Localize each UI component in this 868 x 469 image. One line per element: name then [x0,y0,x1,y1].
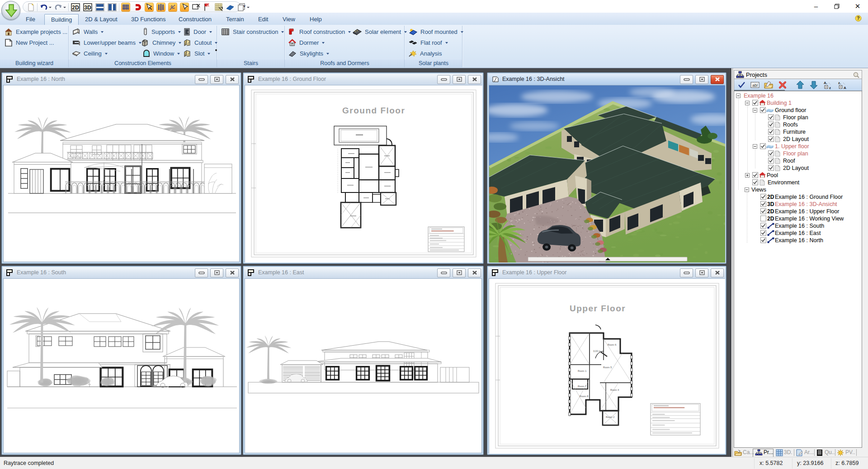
svg-text:Room 6: Room 6 [608,343,616,346]
svg-text:3D: 3D [84,5,91,11]
svg-text:abl: abl [752,83,758,88]
svg-text:Room 1: Room 1 [578,370,586,372]
svg-text:A.: A. [824,81,827,85]
svg-text:z: z [829,86,831,90]
svg-text:Upper Floor: Upper Floor [570,304,626,313]
svg-text:Room 7: Room 7 [578,385,586,388]
svg-text:?: ? [857,16,859,21]
svg-text:z.: z. [838,81,841,85]
svg-text:Room 8: Room 8 [580,395,588,398]
svg-text:Ground Floor: Ground Floor [342,106,405,115]
svg-text:Room 2: Room 2 [606,416,614,418]
svg-text:3,00 m: 3,00 m [593,350,601,352]
svg-text:Room 5: Room 5 [603,366,612,369]
svg-text:Room 4: Room 4 [610,389,619,391]
svg-text:A: A [844,86,846,90]
svg-text:2D: 2D [72,5,79,11]
